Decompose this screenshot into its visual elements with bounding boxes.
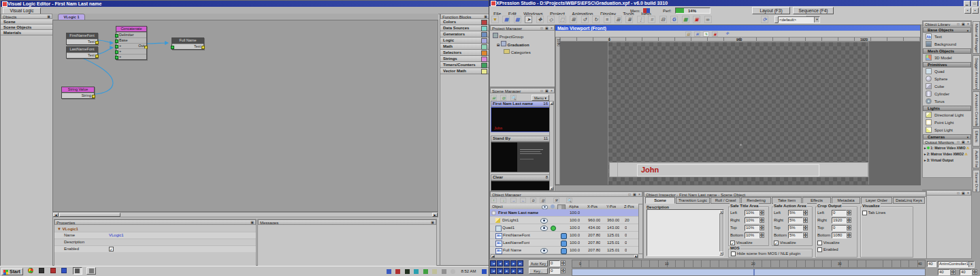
- cell-y[interactable]: 360.00: [607, 217, 619, 224]
- frame-spinner[interactable]: [561, 260, 566, 266]
- output-monitor-1[interactable]: ▸ 1: Matrox Video XMIO ⚠: [923, 144, 971, 151]
- table-row-scene[interactable]: First Nam Last name 100.0: [490, 209, 638, 217]
- fb-category-selectors[interactable]: Selectors: [440, 50, 489, 56]
- step-forward-button[interactable]: ▶: [510, 268, 517, 274]
- step-forward-button[interactable]: ▶: [510, 260, 517, 266]
- table-hscrollbar[interactable]: ◀ ▶: [491, 254, 638, 258]
- property-row-description[interactable]: Description: [54, 239, 256, 245]
- tray-icon[interactable]: [395, 269, 400, 274]
- xp-title-bar[interactable]: XPression Studio - D:\Projects\WBFS\EFSC…: [489, 0, 980, 6]
- fb-category-timers[interactable]: Timers/Counters: [440, 62, 489, 68]
- outdent-icon[interactable]: ←: [520, 198, 526, 203]
- maximize-button[interactable]: □: [971, 1, 978, 6]
- save-all-icon[interactable]: ▩: [514, 16, 521, 23]
- canvas-hscrollbar[interactable]: ◀ ▶: [52, 212, 438, 217]
- indent-icon[interactable]: →: [510, 198, 517, 203]
- viewport-canvas[interactable]: John: [560, 42, 920, 185]
- visibility-eye-icon[interactable]: [540, 226, 548, 231]
- panel-buttons[interactable]: □ ▣ ×: [958, 191, 970, 195]
- anim-frame-a-field[interactable]: 40: [938, 269, 950, 275]
- safe-action-top-field[interactable]: 5%: [788, 225, 803, 231]
- fb-category-data-sources[interactable]: Data Sources: [440, 25, 489, 31]
- properties-group[interactable]: ▼ VLogic1: [54, 225, 256, 232]
- cell-z[interactable]: 0: [625, 232, 627, 239]
- property-row-name[interactable]: Name VLogic1: [54, 232, 256, 239]
- compass-icon[interactable]: ✛: [725, 31, 730, 36]
- table-row-dirlight1[interactable]: DirLight1 100.0 960.00 360.00 20: [490, 217, 638, 224]
- node-fullname[interactable]: Full Name Text: [172, 37, 204, 50]
- link-icon[interactable]: ∞: [704, 16, 712, 23]
- col-alpha[interactable]: Alpha: [569, 204, 578, 209]
- col-xpos[interactable]: X-Pos: [587, 204, 598, 209]
- scroll-right-arrow[interactable]: ▶: [432, 213, 438, 217]
- timeline-bar[interactable]: [572, 269, 926, 276]
- cell-alpha[interactable]: 100.0: [570, 232, 580, 239]
- step-back-button[interactable]: ◀: [497, 268, 503, 274]
- search-icon[interactable]: 🔍: [510, 95, 517, 101]
- open-project-icon[interactable]: ▼: [491, 16, 499, 23]
- rotate-tool-icon[interactable]: ◇: [547, 16, 555, 23]
- cell-x[interactable]: 207.80: [588, 247, 600, 254]
- align-center-icon[interactable]: ☰: [615, 16, 622, 23]
- scroll-left-arrow[interactable]: ◀: [53, 213, 59, 217]
- library-item-torus[interactable]: Torus: [924, 98, 971, 105]
- spinner[interactable]: [847, 225, 851, 231]
- library-item-quad[interactable]: Quad: [924, 68, 971, 75]
- cell-alpha[interactable]: 100.0: [570, 217, 580, 224]
- datalinq-key-icon[interactable]: [561, 233, 567, 239]
- crop-visualize[interactable]: Visualize: [817, 240, 840, 246]
- move-down-icon[interactable]: ↓: [500, 198, 506, 203]
- cell-y[interactable]: 125.01: [607, 247, 619, 254]
- taskbar-window-button[interactable]: [86, 267, 96, 275]
- distribute-icon[interactable]: ⋮: [637, 16, 644, 23]
- sequence-button[interactable]: Sequence (F4): [793, 7, 834, 14]
- visibility-eye-icon[interactable]: [540, 218, 548, 224]
- table-row-firstnamefont[interactable]: Ab FirstNameFont 100.0 207.80 125.01 0: [490, 232, 638, 239]
- tray-icon[interactable]: [423, 269, 428, 274]
- combo-dropdown-icon[interactable]: ▼: [968, 262, 974, 267]
- safe-title-bottom-field[interactable]: 10%: [745, 232, 760, 239]
- scene-list-scrollbar[interactable]: ▲ ▼: [549, 101, 554, 191]
- select-cursor-icon[interactable]: ➤: [525, 16, 532, 23]
- cell-y[interactable]: 125.01: [607, 239, 619, 247]
- render-status-dot[interactable]: [551, 226, 556, 231]
- taskbar-app-button[interactable]: [50, 268, 56, 273]
- spinner[interactable]: [803, 225, 808, 231]
- panel-buttons[interactable]: □ ▣ ×: [958, 22, 970, 26]
- align-left-icon[interactable]: ≡: [604, 16, 611, 23]
- col-ypos[interactable]: Y-Pos: [606, 204, 616, 209]
- tab-scene[interactable]: Scene: [645, 197, 675, 204]
- step-back-button[interactable]: ◀: [497, 260, 503, 266]
- cell-alpha[interactable]: 100.0: [570, 209, 580, 217]
- duplicate-scene-icon[interactable]: ⧉: [500, 95, 506, 101]
- library-item-spot-light[interactable]: Spot Light: [924, 127, 971, 134]
- cell-z[interactable]: 0: [625, 247, 627, 254]
- library-item-directional-light[interactable]: Directional Light: [924, 112, 971, 119]
- scroll-thumb[interactable]: [59, 213, 120, 217]
- scene-item-header[interactable]: Clear 8: [491, 174, 550, 181]
- tray-icon[interactable]: [387, 269, 391, 274]
- move-tool-icon[interactable]: ✥: [536, 16, 544, 23]
- datalinq-key-icon[interactable]: [561, 241, 567, 247]
- move-up-icon[interactable]: ↑: [491, 198, 497, 203]
- output-monitor-3[interactable]: ▸ 3: Virtual Output: [923, 157, 971, 163]
- fb-category-math[interactable]: Math: [440, 44, 489, 50]
- safe-action-left-field[interactable]: 5%: [788, 210, 803, 216]
- timeline-ruler[interactable]: 0 10 20 30 40: [572, 260, 926, 268]
- col-zpos[interactable]: Z-Pos: [624, 204, 634, 209]
- node-stringvalue[interactable]: String Value String: [61, 87, 95, 99]
- tab-visual-logic[interactable]: Visual Logic: [3, 7, 41, 14]
- cell-y[interactable]: 143.00: [607, 224, 619, 232]
- clock[interactable]: 8:52 AM: [461, 269, 476, 273]
- cell-x[interactable]: 207.80: [588, 239, 600, 247]
- wrench-icon[interactable]: ⚒: [553, 198, 559, 203]
- library-group-base-objects[interactable]: Base Objects▲: [923, 27, 971, 33]
- safe-title-top-field[interactable]: 10%: [745, 225, 760, 231]
- cell-x[interactable]: 207.80: [588, 232, 600, 239]
- search-icon[interactable]: 🔍: [566, 198, 572, 203]
- pin-icon[interactable]: ▣: [431, 221, 435, 224]
- expander-icon[interactable]: ⊟: [497, 43, 500, 47]
- cell-z[interactable]: 0: [625, 239, 627, 247]
- save-icon[interactable]: ▦: [502, 16, 510, 23]
- go-first-button[interactable]: |◀: [490, 260, 496, 266]
